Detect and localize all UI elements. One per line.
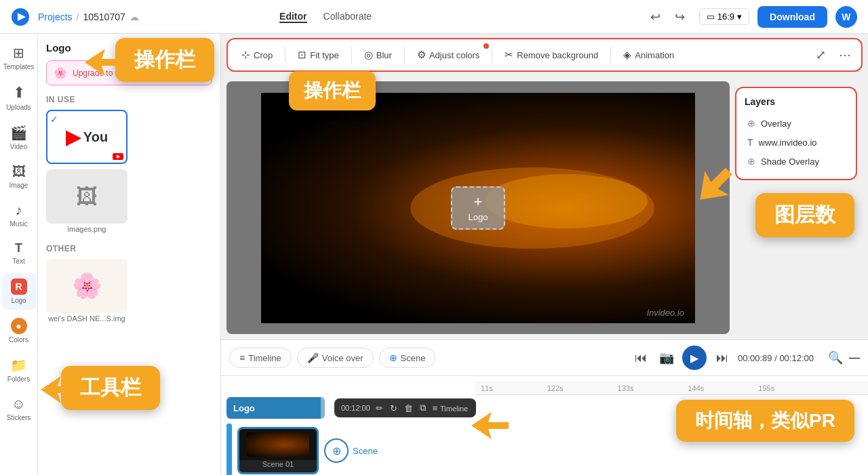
other-label: Other <box>46 244 212 253</box>
zoom-control: 🔍 — <box>825 347 860 369</box>
remove-bg-icon: ✂ <box>505 49 513 61</box>
images-logo-thumb[interactable]: 🖼 <box>46 169 127 224</box>
crop-button[interactable]: ⊹ Crop <box>233 45 281 65</box>
aspect-ratio-button[interactable]: ▭ 16:9 ▾ <box>699 8 749 25</box>
scene-thumb-01[interactable]: Scene 01 <box>237 427 319 474</box>
crop-icon: ⊹ <box>241 49 250 61</box>
fit-type-button[interactable]: ⊡ Fit type <box>290 45 347 65</box>
sidebar-item-text[interactable]: T Text <box>2 236 36 270</box>
scene-track: Scene 01 ⊕ Scene <box>221 421 868 475</box>
play-button[interactable]: ▶ <box>682 346 707 370</box>
nav-editor[interactable]: Editor <box>279 11 307 23</box>
logo-item-youtube[interactable]: ✓ ▶ You ▶ <box>46 110 127 164</box>
zoom-in-button[interactable]: 🔍 <box>825 347 846 369</box>
animation-icon: ◈ <box>623 49 631 61</box>
ruler-mark-11s: 11s <box>481 384 493 392</box>
undo-button[interactable]: ↩ <box>645 6 667 28</box>
toolbar-expand-button[interactable]: ⤢ <box>810 44 831 66</box>
layer-item-shade[interactable]: ⊕ Shade Overlay <box>745 152 848 171</box>
sidebar-item-music[interactable]: ♪ Music <box>2 197 36 233</box>
ruler-mark-44s: 144s <box>688 384 704 392</box>
notification-dot <box>484 43 489 49</box>
clip-delete-button[interactable]: 🗑 <box>403 402 414 415</box>
toolbar-more-button[interactable]: ⋯ <box>834 44 856 66</box>
scene-label: Scene 01 <box>262 460 294 468</box>
clip-copy-button[interactable]: ⧉ <box>418 401 427 415</box>
ruler-mark-33s: 133s <box>618 384 634 392</box>
clip-handle-right[interactable] <box>321 397 325 419</box>
time-display: 00:00:89 / 00:12:00 <box>738 353 814 363</box>
toolbar-divider-2 <box>351 47 352 63</box>
skip-back-button[interactable]: ⏮ <box>631 348 651 368</box>
sidebar-item-stickers[interactable]: ☺ Stickers <box>2 391 36 427</box>
logo-clip[interactable]: Logo <box>226 397 325 419</box>
timeline-tab-timeline[interactable]: ≡ Timeline <box>229 348 292 368</box>
adjust-colors-icon: ⚙ <box>417 49 426 61</box>
projects-link[interactable]: Projects <box>38 12 73 22</box>
scene-button-label: Scene <box>353 446 378 456</box>
clip-timeline-button[interactable]: ≡ Timeline <box>431 402 469 415</box>
music-icon: ♪ <box>16 203 22 218</box>
download-button[interactable]: Download <box>757 6 827 28</box>
logo-item-images[interactable]: 🖼 images.png <box>46 169 127 233</box>
nav-collaborate[interactable]: Collaborate <box>323 11 372 23</box>
video-icon: 🎬 <box>10 125 27 141</box>
toolbar-divider-5 <box>610 47 611 63</box>
panel-title: Logo <box>46 42 212 54</box>
sidebar-item-colors[interactable]: ● Colors <box>2 312 36 349</box>
canvas-logo-button[interactable]: + Logo <box>451 186 505 230</box>
colors-icon: ● <box>11 318 27 334</box>
toolbar-actions: ⤢ ⋯ <box>810 44 856 66</box>
sidebar-item-video[interactable]: 🎬 Video <box>2 119 36 156</box>
sidebar-item-templates[interactable]: ⊞ Templates <box>2 39 36 76</box>
canvas-plus-icon: + <box>474 193 483 211</box>
flower-logo-thumb[interactable]: 🌸 <box>46 259 127 313</box>
youtube-play-icon: ▶ <box>66 126 81 148</box>
upgrade-text: Upgrade to upload more logos <box>73 68 182 78</box>
left-sidebar: ⊞ Templates ⬆ Uploads 🎬 Video 🖼 Image ♪ … <box>0 34 38 475</box>
url-icon: T <box>747 137 753 148</box>
fit-type-icon: ⊡ <box>298 49 307 61</box>
blur-button[interactable]: ◎ Blur <box>356 45 400 65</box>
adjust-colors-button[interactable]: ⚙ Adjust colors <box>409 45 488 65</box>
youtube-logo-thumb[interactable]: ✓ ▶ You ▶ <box>46 110 127 164</box>
image-icon: 🖼 <box>12 164 26 180</box>
logo-track: Logo 00:12:00 ✏ ↻ 🗑 ⧉ <box>221 395 868 421</box>
sidebar-item-image[interactable]: 🖼 Image <box>2 159 36 194</box>
clip-edit-button[interactable]: ✏ <box>374 402 384 415</box>
canvas-wrap: + Logo invideo.io <box>226 81 730 334</box>
upgrade-banner[interactable]: 🌸 Upgrade to upload more logos <box>46 60 212 85</box>
blur-icon: ◎ <box>364 49 373 61</box>
topbar-right: ↩ ↪ ▭ 16:9 ▾ Download W <box>645 6 857 28</box>
text-icon: T <box>15 241 22 255</box>
timeline-tab-voiceover[interactable]: 🎤 Voice over <box>297 348 374 368</box>
logo-item-flower[interactable]: 🌸 wei's DASH NE...S.img <box>46 259 127 323</box>
animation-button[interactable]: ◈ Animation <box>615 45 682 65</box>
logo-icon: R <box>11 278 27 295</box>
layers-panel: Layers ⊕ Overlay T www.invideo.io ⊕ Shad… <box>735 87 857 180</box>
timeline-tab-scene[interactable]: ⊕ Scene <box>379 348 436 368</box>
add-scene-button[interactable]: ⊕ <box>324 438 349 463</box>
redo-button[interactable]: ↪ <box>669 6 691 28</box>
timeline-ruler: 11s 122s 133s 144s 155s <box>475 381 868 395</box>
shade-icon: ⊕ <box>747 156 755 167</box>
screenshot-button[interactable]: 📷 <box>656 348 677 368</box>
flower-icon: 🌸 <box>72 272 102 300</box>
voiceover-tab-icon: 🎤 <box>307 352 319 363</box>
sidebar-item-uploads[interactable]: ⬆ Uploads <box>2 79 36 117</box>
in-use-label: In use <box>46 95 212 104</box>
layer-item-overlay[interactable]: ⊕ Overlay <box>745 114 848 133</box>
aspect-ratio-value: 16:9 <box>717 12 734 22</box>
timeline: ≡ Timeline 🎤 Voice over ⊕ Scene ⏮ 📷 <box>221 339 868 475</box>
sidebar-item-logo[interactable]: R Logo <box>2 273 36 310</box>
clip-loop-button[interactable]: ↻ <box>389 402 399 415</box>
avatar[interactable]: W <box>835 6 857 28</box>
scene-tab-icon: ⊕ <box>389 352 397 363</box>
ruler-spacer <box>221 381 475 395</box>
yt-play-small: ▶ <box>117 154 120 159</box>
remove-bg-button[interactable]: ✂ Remove background <box>496 45 606 65</box>
layer-item-url[interactable]: T www.invideo.io <box>745 133 848 152</box>
skip-forward-button[interactable]: ⏭ <box>712 348 732 368</box>
timeline-tab-icon: ≡ <box>239 352 245 363</box>
sidebar-item-folders[interactable]: 📁 Folders <box>2 352 36 388</box>
